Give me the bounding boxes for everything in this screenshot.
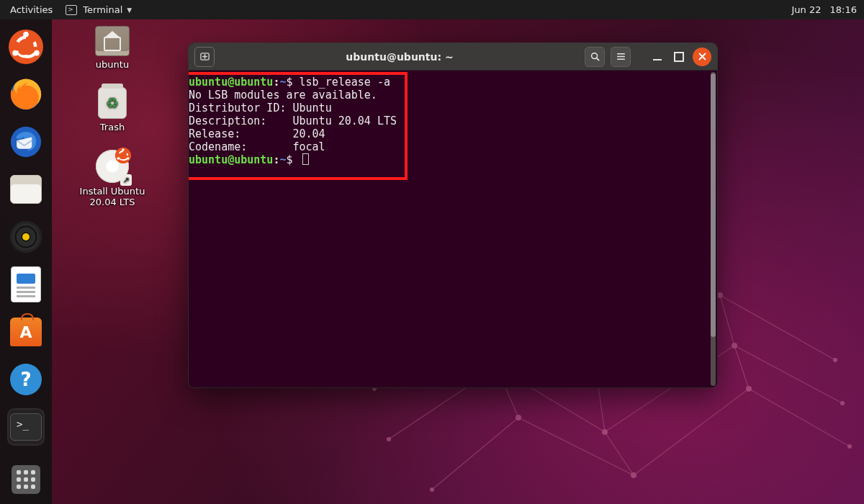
maximize-button[interactable] [671, 47, 687, 67]
top-bar: Activities Terminal ▼ Jun 22 18:16 [0, 0, 864, 19]
dock-firefox[interactable] [9, 77, 43, 112]
clock-time: 18:16 [830, 4, 857, 15]
svg-point-20 [430, 487, 434, 492]
files-icon [10, 175, 42, 204]
dock-terminal[interactable] [9, 410, 43, 444]
svg-point-10 [631, 472, 636, 478]
desktop-icons: ubuntu Trash ↗ Install Ubuntu 20.04 LTS [69, 26, 156, 207]
search-button[interactable] [585, 47, 605, 67]
desktop-icon-label: Install Ubuntu 20.04 LTS [80, 186, 145, 207]
svg-point-11 [746, 386, 752, 392]
svg-point-15 [387, 437, 391, 441]
close-button[interactable] [693, 48, 711, 66]
libreoffice-writer-icon [11, 266, 41, 302]
app-menu[interactable]: Terminal ▼ [66, 4, 132, 15]
close-icon [698, 53, 706, 60]
terminal-line: Codename: focal [189, 140, 325, 153]
svg-point-14 [717, 292, 723, 298]
desktop-icon-installer[interactable]: ↗ Install Ubuntu 20.04 LTS [69, 150, 156, 207]
terminal-line: Release: 20.04 [189, 127, 325, 140]
terminal-body[interactable]: ubuntu@ubuntu:~$ lsb_release -a No LSB m… [189, 71, 717, 387]
app-menu-label: Terminal [83, 4, 122, 15]
help-icon: ? [10, 364, 42, 395]
dock-ubuntu-dash[interactable] [9, 30, 43, 64]
desktop-icon-label: Trash [100, 122, 125, 132]
new-tab-button[interactable] [194, 47, 215, 67]
ubuntu-icon [9, 30, 43, 64]
search-icon [590, 51, 600, 62]
ubuntu-badge-icon [115, 148, 131, 163]
home-folder-icon [95, 26, 130, 56]
desktop-icon-label: ubuntu [96, 59, 129, 70]
svg-point-19 [833, 358, 837, 362]
new-tab-icon [199, 51, 210, 62]
dock-help[interactable]: ? [9, 362, 43, 397]
desktop-icon-trash[interactable]: Trash [69, 87, 156, 132]
dock-files[interactable] [9, 172, 43, 207]
dock-thunderbird[interactable] [9, 125, 43, 159]
terminal-icon [66, 5, 77, 15]
rhythmbox-icon [10, 221, 42, 253]
shortcut-arrow-icon: ↗ [120, 174, 132, 186]
minimize-button[interactable] [649, 47, 665, 67]
prompt-user-host: ubuntu@ubuntu [189, 76, 273, 89]
terminal-command: lsb_release -a [300, 76, 390, 89]
terminal-line: Distributor ID: Ubuntu [189, 102, 332, 114]
desktop-icon-home[interactable]: ubuntu [69, 26, 156, 70]
thunderbird-icon [9, 125, 42, 158]
clock-date: Jun 22 [792, 4, 822, 15]
svg-point-9 [516, 415, 521, 420]
ubuntu-software-icon [10, 318, 42, 346]
terminal-cursor [302, 153, 309, 165]
terminal-output: ubuntu@ubuntu:~$ lsb_release -a No LSB m… [189, 71, 717, 387]
dock-libreoffice-writer[interactable] [9, 267, 43, 302]
hamburger-icon [616, 51, 626, 62]
window-title: ubuntu@ubuntu: ~ [220, 51, 579, 63]
dock-ubuntu-software[interactable] [9, 315, 43, 349]
installer-icon: ↗ [96, 150, 129, 183]
svg-point-7 [602, 429, 608, 435]
show-applications-button[interactable] [12, 465, 40, 494]
clock[interactable]: Jun 22 18:16 [792, 4, 857, 15]
chevron-down-icon: ▼ [127, 6, 132, 14]
terminal-icon [10, 413, 42, 441]
terminal-line: No LSB modules are available. [189, 89, 377, 102]
hamburger-menu-button[interactable] [611, 47, 631, 67]
terminal-titlebar[interactable]: ubuntu@ubuntu: ~ [189, 43, 717, 71]
svg-point-17 [847, 444, 852, 449]
terminal-window: ubuntu@ubuntu: ~ ubuntu@ubuntu:~$ lsb_re… [189, 43, 717, 387]
svg-point-8 [732, 343, 737, 348]
activities-button[interactable]: Activities [10, 4, 53, 15]
dock: ? [0, 19, 52, 504]
dock-rhythmbox[interactable] [9, 220, 43, 254]
trash-icon [98, 87, 127, 119]
scrollbar[interactable] [711, 72, 716, 386]
firefox-icon [9, 78, 42, 111]
terminal-line: Description: Ubuntu 20.04 LTS [189, 114, 397, 127]
svg-point-16 [840, 401, 845, 405]
